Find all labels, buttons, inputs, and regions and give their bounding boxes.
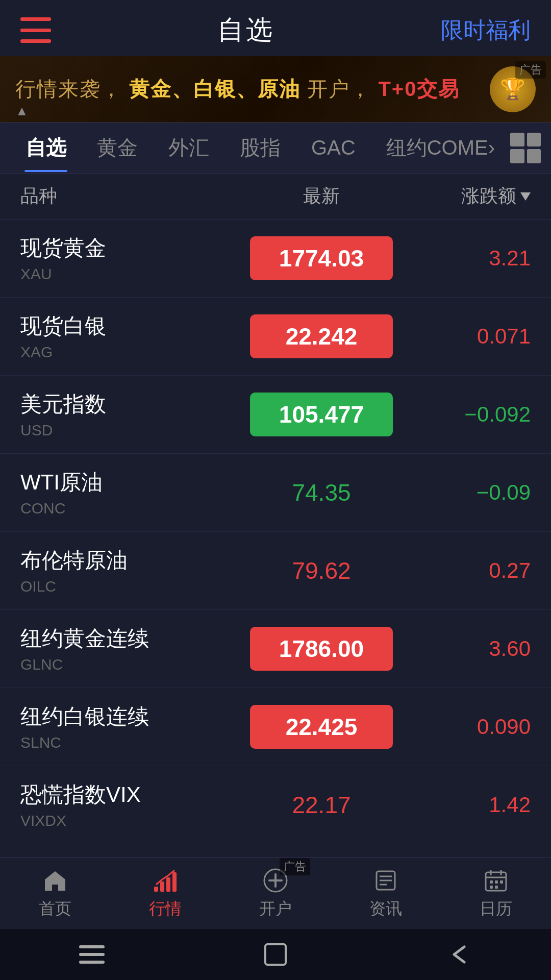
banner-corner-icon: ▲ <box>15 103 29 119</box>
instrument-name-en: OILC <box>20 578 235 595</box>
row-info: 纽约白银连续 SLNC <box>20 702 235 751</box>
instrument-name-en: SLNC <box>20 734 235 751</box>
price-badge: 1786.00 <box>250 627 393 671</box>
change-value: 0.090 <box>408 715 531 739</box>
price-cell: 105.477 <box>235 393 408 436</box>
price-badge: 22.242 <box>250 314 393 358</box>
page-title: 自选 <box>217 12 274 48</box>
tab-waihui[interactable]: 外汇 <box>153 124 224 172</box>
change-value: 0.27 <box>408 558 531 583</box>
change-value: −0.09 <box>408 480 531 505</box>
table-row[interactable]: 现货黄金 XAU 1774.03 3.21 <box>0 219 551 298</box>
price-cell: 22.425 <box>235 705 408 749</box>
instrument-name-en: VIXDX <box>20 812 235 829</box>
table-row[interactable]: 恐慌指数VIX VIXDX 22.17 1.42 <box>0 766 551 844</box>
instrument-name-cn: WTI原油 <box>20 468 235 497</box>
ad-label: 广告 <box>515 61 546 79</box>
instrument-name-cn: 美元指数 <box>20 390 235 419</box>
home-icon <box>42 867 68 894</box>
tab-guzhi[interactable]: 股指 <box>224 124 296 172</box>
svg-rect-1 <box>160 881 164 892</box>
nav-news[interactable]: 资讯 <box>331 858 441 929</box>
grid-view-icon[interactable] <box>510 133 541 163</box>
chart-icon <box>152 867 179 894</box>
table-row[interactable]: 现货白银 XAG 22.242 0.071 <box>0 298 551 376</box>
promo-button[interactable]: 限时福利 <box>441 15 531 45</box>
android-back-button[interactable] <box>439 934 480 975</box>
nav-ad-badge: 广告 <box>280 858 310 875</box>
svg-rect-21 <box>79 953 105 956</box>
instrument-name-en: GLNC <box>20 656 235 673</box>
price-plain: 79.62 <box>292 557 350 584</box>
col-change-header: 涨跌额 <box>408 184 531 209</box>
tab-huangjin[interactable]: 黄金 <box>82 124 153 172</box>
top-bar: 自选 限时福利 <box>0 0 551 56</box>
svg-rect-18 <box>490 886 493 889</box>
sort-icon <box>520 192 531 201</box>
nav-calendar-label: 日历 <box>480 898 512 920</box>
svg-rect-20 <box>79 945 105 948</box>
instrument-name-cn: 纽约黄金连续 <box>20 624 235 653</box>
bottom-nav: 首页 行情 广告 开户 资讯 <box>0 857 551 929</box>
price-plain: 22.17 <box>292 792 350 818</box>
android-menu-button[interactable] <box>71 934 112 975</box>
change-value: 0.071 <box>408 324 531 349</box>
nav-calendar[interactable]: 日历 <box>441 858 551 929</box>
tab-zixuan[interactable]: 自选 <box>10 124 82 172</box>
instrument-name-cn: 现货白银 <box>20 312 235 340</box>
instrument-name-en: XAU <box>20 265 235 283</box>
banner-text: 行情来袭， 黄金、白银、原油 开户， T+0交易 <box>15 75 490 103</box>
change-value: 1.42 <box>408 793 531 817</box>
svg-rect-2 <box>166 877 170 892</box>
instrument-name-en: XAG <box>20 344 235 361</box>
banner-mid: 开户， <box>307 78 371 100</box>
instrument-name-cn: 纽约白银连续 <box>20 702 235 731</box>
row-info: 布伦特原油 OILC <box>20 546 235 595</box>
svg-rect-19 <box>495 886 498 889</box>
nav-home[interactable]: 首页 <box>0 858 110 929</box>
tab-gac[interactable]: GAC <box>296 126 371 169</box>
menu-button[interactable] <box>20 17 51 43</box>
tab-nycme[interactable]: 纽约COME› <box>371 124 510 172</box>
table-row[interactable]: 纽约黄金连续 GLNC 1786.00 3.60 <box>0 610 551 688</box>
banner-action: T+0交易 <box>378 78 460 100</box>
svg-rect-22 <box>79 961 105 964</box>
nav-market[interactable]: 行情 <box>110 858 220 929</box>
price-badge: 1774.03 <box>250 236 393 280</box>
banner-prefix: 行情来袭， <box>15 78 122 100</box>
android-home-button[interactable] <box>255 934 296 975</box>
banner-ad[interactable]: 行情来袭， 黄金、白银、原油 开户， T+0交易 🏆 广告 ▲ <box>0 56 551 122</box>
nav-open-label: 开户 <box>259 898 292 920</box>
table-row[interactable]: 布伦特原油 OILC 79.62 0.27 <box>0 532 551 610</box>
change-value: 3.60 <box>408 636 531 661</box>
nav-news-label: 资讯 <box>369 898 402 920</box>
col-variety-header: 品种 <box>20 184 235 209</box>
price-plain: 74.35 <box>292 479 350 506</box>
price-badge: 22.425 <box>250 705 393 749</box>
instrument-name-cn: 布伦特原油 <box>20 546 235 575</box>
row-info: 纽约黄金连续 GLNC <box>20 624 235 673</box>
instrument-name-en: CONC <box>20 500 235 517</box>
tabs-bar: 自选 黄金 外汇 股指 GAC 纽约COME› <box>0 122 551 174</box>
table-row[interactable]: 纽约白银连续 SLNC 22.425 0.090 <box>0 688 551 766</box>
price-cell: 79.62 <box>235 557 408 584</box>
news-icon <box>372 867 399 894</box>
calendar-icon <box>483 867 509 894</box>
table-header: 品种 最新 涨跌额 <box>0 174 551 219</box>
svg-rect-0 <box>154 887 158 892</box>
instrument-name-en: USD <box>20 422 235 439</box>
table-row[interactable]: 美元指数 USD 105.477 −0.092 <box>0 376 551 454</box>
row-info: 现货白银 XAG <box>20 312 235 361</box>
price-cell: 1786.00 <box>235 627 408 671</box>
price-cell: 1774.03 <box>235 236 408 280</box>
svg-rect-15 <box>490 880 493 884</box>
table-row[interactable]: WTI原油 CONC 74.35 −0.09 <box>0 454 551 532</box>
nav-market-label: 行情 <box>149 898 182 920</box>
row-info: 恐慌指数VIX VIXDX <box>20 780 235 829</box>
price-cell: 22.17 <box>235 791 408 819</box>
nav-home-label: 首页 <box>39 898 71 920</box>
nav-open-account[interactable]: 广告 开户 <box>220 858 331 929</box>
price-cell: 74.35 <box>235 479 408 506</box>
price-cell: 22.242 <box>235 314 408 358</box>
change-value: 3.21 <box>408 246 531 271</box>
